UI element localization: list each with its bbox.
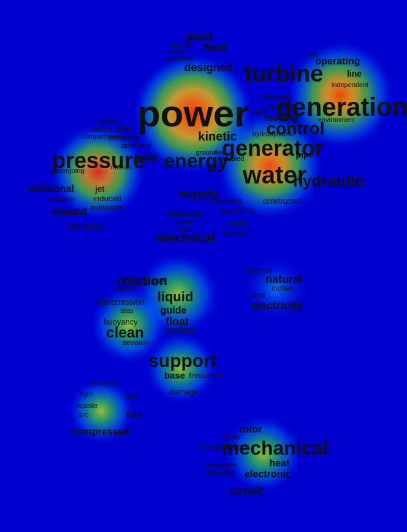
word-natural: natural (265, 274, 302, 285)
word-lake: lake (126, 393, 138, 400)
word-arc: arc (78, 411, 89, 418)
word-buoyancy: buoyancy (104, 318, 138, 326)
word-additional: additional (28, 184, 74, 194)
word-bias: bias (178, 226, 189, 233)
word-jet: jet (96, 185, 105, 193)
word-receiving: receiving (210, 196, 242, 204)
word-independent: independent (332, 82, 369, 88)
word-clean: clean (106, 325, 143, 340)
word-undergoing: undergoing (50, 168, 84, 174)
word-rigid: rigid (253, 107, 265, 114)
word-cost: cost (251, 291, 265, 299)
word-apartment: apartment (121, 142, 151, 149)
word-constructed: constructed (263, 198, 301, 205)
word-aerospace: aerospace (205, 461, 237, 468)
word-liquid: liquid (158, 290, 194, 304)
word-radial: radial (97, 117, 117, 125)
word-adjusting: adjusting (262, 93, 291, 101)
word-circuit: circuit (230, 485, 263, 496)
word-panel: panel (146, 277, 167, 285)
word-annealing: annealing (205, 469, 235, 476)
word-rotor: rotor (239, 425, 262, 434)
word-induced: induced (93, 195, 121, 202)
word-base: base (164, 371, 185, 380)
word-automatic: automatic (268, 103, 298, 110)
word-gate: gate (116, 124, 131, 132)
word-run: run (307, 50, 319, 58)
word-endless: endless (166, 326, 196, 334)
word-hydraulic: hydraulic (293, 173, 364, 189)
word-wave: wave (170, 48, 186, 55)
word-layer: powergenerationturbinegeneratorwaterpres… (0, 0, 407, 532)
word-amplified: amplified (165, 55, 192, 62)
word-compressed: compressed (72, 427, 129, 437)
word-frequency: frequency (189, 371, 224, 379)
word-extraction: extraction (108, 134, 140, 142)
word-support: support (148, 352, 217, 370)
word-power: power (137, 94, 249, 133)
word-waterwheel: waterwheel (167, 210, 204, 218)
word-wheel: wheel (177, 219, 194, 226)
word-fuel: fuel (126, 411, 142, 419)
word-build: build (134, 153, 158, 163)
word-peripheral: peripheral (221, 207, 254, 215)
word-damage: damage (170, 388, 199, 396)
word-textile: textile (223, 434, 241, 441)
word-deviation: deviation (123, 339, 150, 346)
word-pipe: pipe (296, 150, 314, 159)
word-designed: designed (184, 62, 232, 73)
word-line: line (347, 69, 362, 78)
word-transportation: transportation (197, 443, 246, 451)
word-atlas: atlas (120, 308, 133, 314)
word-moving: moving (264, 113, 299, 123)
word-motion: motion (110, 164, 131, 171)
word-fluid: fluid (204, 42, 227, 53)
word-turbine: turbine (245, 62, 324, 85)
word-steady: steady (115, 285, 135, 292)
word-molten: molten (272, 285, 294, 292)
word-balance: balance (48, 196, 74, 203)
word-injected: injected (223, 229, 246, 236)
word-thermal: thermal (245, 266, 272, 274)
word-reverse: reverse (91, 379, 120, 387)
word-electricity: electricity (251, 300, 303, 311)
word-hydrodynamic: hydrodynamic (253, 131, 294, 137)
word-heat: heat (270, 458, 290, 468)
word-operating: operating (316, 56, 360, 66)
word-electronic: electronic (245, 469, 291, 479)
word-electrical: electrical (156, 231, 215, 245)
word-environment: environment (318, 117, 356, 123)
word-closed: closed (51, 206, 86, 217)
word-extension: extension (90, 204, 124, 212)
word-waste: waste (77, 401, 97, 409)
word-coupled: coupled (221, 155, 245, 162)
word-transmission: transmission (97, 298, 145, 306)
word-guide: guide (161, 306, 187, 315)
word-mortar: mortar (228, 220, 249, 228)
word-kinetic: kinetic (198, 130, 237, 142)
word-discharge: discharge (69, 222, 103, 230)
word-tight: tight (81, 391, 93, 398)
